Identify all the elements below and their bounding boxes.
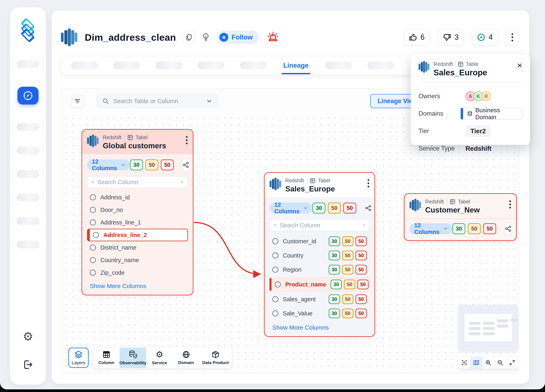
zoom-out-button[interactable]: [495, 357, 507, 368]
copy-name-button[interactable]: [182, 31, 195, 44]
tab-skeleton[interactable]: [240, 62, 267, 69]
show-more-columns-link[interactable]: Show More Columns: [269, 324, 370, 331]
filter-icon: [74, 97, 81, 105]
column-radio[interactable]: [90, 245, 96, 251]
upvote-button[interactable]: 6: [403, 29, 430, 46]
column-radio[interactable]: [272, 253, 278, 259]
expand-lineage-button[interactable]: [182, 159, 190, 171]
owners-label: Owners: [419, 93, 465, 100]
sidebar-skeleton-item: [17, 147, 39, 154]
canvas-search-input[interactable]: [113, 98, 202, 104]
show-more-columns-link[interactable]: Show More Columns: [87, 283, 188, 289]
tab-skeleton[interactable]: [155, 62, 182, 69]
minimap[interactable]: [458, 305, 518, 351]
column-row[interactable]: Address_id: [87, 191, 188, 204]
table-icon: [102, 350, 111, 359]
column-row[interactable]: Country_name: [87, 254, 188, 266]
suggestions-button[interactable]: [200, 33, 212, 42]
tab-lineage[interactable]: Lineage: [282, 62, 310, 69]
column-radio[interactable]: [90, 270, 96, 276]
search-icon: [274, 222, 276, 228]
sidebar-skeleton-item: [17, 60, 39, 68]
columns-count-pill[interactable]: 12 Columns: [87, 159, 130, 170]
owner-avatar[interactable]: R: [481, 91, 491, 101]
downvote-button[interactable]: 3: [438, 29, 464, 46]
columns-count-pill[interactable]: 12 Columns: [269, 203, 312, 213]
layer-toggle-column[interactable]: Column: [93, 348, 120, 368]
column-row[interactable]: Country 305050: [269, 248, 370, 263]
filter-icon[interactable]: [181, 179, 184, 185]
expand-lineage-button[interactable]: [504, 223, 512, 235]
quality-badge-amber: 50: [145, 159, 158, 170]
layer-toggle-service[interactable]: ⚙ Service: [146, 348, 173, 368]
lineage-node-customer-new[interactable]: Redshift Tabel Customer_New 1: [404, 193, 517, 241]
incident-alert-button[interactable]: [267, 31, 279, 43]
column-search-input[interactable]: [98, 179, 174, 186]
follow-button[interactable]: ★ Follow: [217, 30, 259, 44]
sidebar-item-explore[interactable]: [18, 87, 38, 104]
quality-badge-green: 30: [329, 236, 340, 246]
column-row[interactable]: Sale_Value 305050: [269, 306, 370, 320]
column-row[interactable]: Customer_id 305050: [269, 234, 370, 248]
column-row-highlighted[interactable]: Address_line_2: [87, 229, 188, 241]
column-radio[interactable]: [90, 207, 96, 213]
column-radio[interactable]: [90, 194, 96, 200]
tab-skeleton[interactable]: [325, 62, 352, 69]
tab-skeleton[interactable]: [71, 62, 98, 69]
quality-badge-amber: 50: [344, 280, 355, 289]
node-more-button[interactable]: [186, 134, 187, 144]
fit-view-button[interactable]: [458, 357, 471, 368]
entity-header: Dim_address_clean ★ Follow 6: [61, 24, 519, 50]
column-row[interactable]: Address_line_1: [87, 216, 188, 229]
layer-label: Service: [152, 360, 167, 365]
domain-chip[interactable]: Business Domain: [461, 108, 522, 120]
column-radio[interactable]: [272, 310, 278, 316]
filter-icon[interactable]: [363, 222, 365, 228]
quality-badge-red: 50: [343, 203, 356, 213]
column-row[interactable]: Zip_code: [87, 266, 188, 279]
column-radio[interactable]: [272, 296, 278, 302]
column-radio[interactable]: [275, 281, 281, 288]
tab-skeleton[interactable]: [367, 62, 394, 69]
layer-label: Observability: [119, 360, 146, 365]
layers-button[interactable]: Layers: [68, 348, 89, 368]
column-name: Sales_agent: [283, 296, 316, 303]
zoom-in-button[interactable]: [482, 357, 494, 368]
column-row[interactable]: Sales_agent 305050: [269, 292, 370, 306]
tab-skeleton[interactable]: [113, 62, 140, 69]
lineage-node-global-customers[interactable]: Redshift Tabel Global customers: [81, 129, 193, 295]
watch-button[interactable]: 4: [472, 29, 498, 46]
column-radio[interactable]: [272, 238, 278, 244]
layer-toggle-domain[interactable]: Domain: [173, 348, 199, 368]
quality-badge-amber: 50: [342, 294, 353, 304]
columns-count-pill[interactable]: 12 Columns: [409, 223, 452, 234]
toggle-minimap-button[interactable]: [471, 357, 482, 368]
column-radio[interactable]: [93, 232, 99, 238]
lineage-node-sales-europe[interactable]: Redshift Tabel Sales_Europe 1: [264, 172, 375, 337]
column-search-input[interactable]: [280, 222, 356, 229]
node-more-button[interactable]: [509, 199, 511, 208]
logout-icon[interactable]: [22, 359, 34, 370]
layer-toggle-observability[interactable]: Observability: [120, 348, 146, 368]
chevron-down-icon[interactable]: [206, 98, 212, 104]
kebab-icon: [186, 136, 187, 144]
layer-toggle-data-product[interactable]: Data Product: [199, 348, 232, 368]
column-radio[interactable]: [90, 219, 96, 225]
settings-gear-icon[interactable]: ⚙: [23, 331, 33, 342]
column-name: Region: [283, 266, 302, 273]
column-row[interactable]: District_name: [87, 241, 188, 254]
node-more-button[interactable]: [368, 178, 369, 187]
column-row-highlighted[interactable]: Product_name 305050: [269, 277, 370, 292]
column-row[interactable]: Region 305050: [269, 263, 370, 277]
close-icon[interactable]: ×: [517, 61, 522, 77]
column-radio[interactable]: [90, 257, 96, 263]
tab-skeleton[interactable]: [198, 62, 224, 69]
column-radio[interactable]: [272, 267, 278, 273]
column-name: Customer_id: [283, 238, 316, 245]
canvas-filter-button[interactable]: [71, 95, 84, 108]
fullscreen-button[interactable]: [507, 357, 518, 368]
layers-icon: [74, 350, 83, 359]
expand-lineage-button[interactable]: [364, 202, 372, 214]
more-options-button[interactable]: [506, 29, 519, 46]
column-row[interactable]: Door_no: [87, 204, 188, 216]
